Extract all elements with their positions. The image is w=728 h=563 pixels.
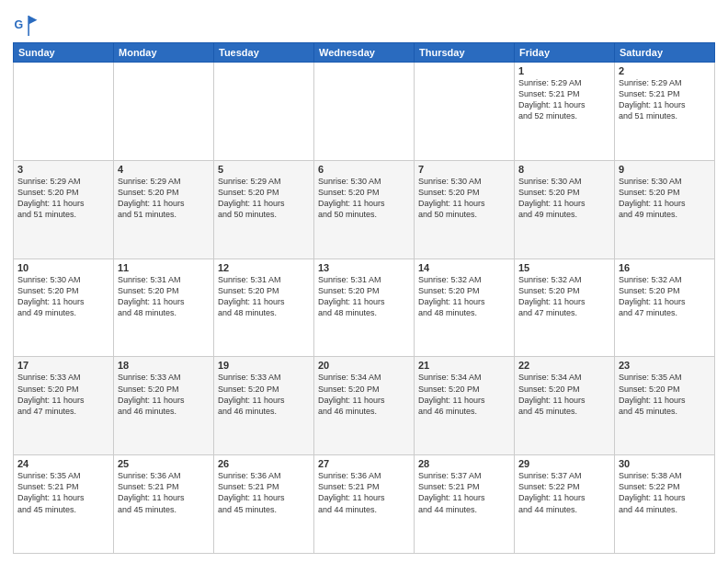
- day-number: 21: [418, 360, 510, 371]
- day-info: Sunrise: 5:29 AMSunset: 5:21 PMDaylight:…: [619, 77, 711, 122]
- day-info: Sunrise: 5:37 AMSunset: 5:21 PMDaylight:…: [418, 470, 510, 515]
- day-info: Sunrise: 5:32 AMSunset: 5:20 PMDaylight:…: [418, 274, 510, 319]
- day-info: Sunrise: 5:30 AMSunset: 5:20 PMDaylight:…: [518, 176, 610, 221]
- day-info: Sunrise: 5:36 AMSunset: 5:21 PMDaylight:…: [218, 470, 310, 515]
- calendar-week-2: 3Sunrise: 5:29 AMSunset: 5:20 PMDaylight…: [14, 160, 715, 259]
- calendar-cell: 12Sunrise: 5:31 AMSunset: 5:20 PMDayligh…: [214, 259, 314, 357]
- calendar-cell: 9Sunrise: 5:30 AMSunset: 5:20 PMDaylight…: [615, 160, 715, 259]
- header: G: [13, 9, 715, 39]
- day-info: Sunrise: 5:32 AMSunset: 5:20 PMDaylight:…: [518, 274, 610, 319]
- day-info: Sunrise: 5:31 AMSunset: 5:20 PMDaylight:…: [118, 274, 210, 319]
- weekday-monday: Monday: [114, 43, 214, 63]
- calendar-cell: 20Sunrise: 5:34 AMSunset: 5:20 PMDayligh…: [314, 357, 415, 455]
- calendar-cell: 13Sunrise: 5:31 AMSunset: 5:20 PMDayligh…: [314, 259, 415, 357]
- calendar-week-5: 24Sunrise: 5:35 AMSunset: 5:21 PMDayligh…: [14, 455, 715, 554]
- day-number: 8: [518, 164, 610, 175]
- calendar: SundayMondayTuesdayWednesdayThursdayFrid…: [13, 42, 715, 554]
- day-number: 13: [318, 262, 410, 273]
- calendar-cell: [314, 63, 415, 161]
- calendar-cell: 29Sunrise: 5:37 AMSunset: 5:22 PMDayligh…: [515, 455, 615, 554]
- weekday-friday: Friday: [515, 43, 615, 63]
- day-number: 24: [17, 458, 109, 469]
- calendar-cell: 8Sunrise: 5:30 AMSunset: 5:20 PMDaylight…: [515, 160, 615, 259]
- day-number: 26: [218, 458, 310, 469]
- day-number: 17: [17, 360, 109, 371]
- weekday-sunday: Sunday: [14, 43, 114, 63]
- day-info: Sunrise: 5:29 AMSunset: 5:20 PMDaylight:…: [218, 176, 310, 221]
- calendar-cell: 27Sunrise: 5:36 AMSunset: 5:21 PMDayligh…: [314, 455, 415, 554]
- day-number: 10: [17, 262, 109, 273]
- day-number: 29: [518, 458, 610, 469]
- day-info: Sunrise: 5:30 AMSunset: 5:20 PMDaylight:…: [418, 176, 510, 221]
- calendar-cell: 4Sunrise: 5:29 AMSunset: 5:20 PMDaylight…: [114, 160, 214, 259]
- calendar-cell: 28Sunrise: 5:37 AMSunset: 5:21 PMDayligh…: [415, 455, 515, 554]
- day-number: 15: [518, 262, 610, 273]
- calendar-cell: 26Sunrise: 5:36 AMSunset: 5:21 PMDayligh…: [214, 455, 314, 554]
- calendar-cell: 16Sunrise: 5:32 AMSunset: 5:20 PMDayligh…: [615, 259, 715, 357]
- day-info: Sunrise: 5:36 AMSunset: 5:21 PMDaylight:…: [318, 470, 410, 515]
- calendar-cell: 5Sunrise: 5:29 AMSunset: 5:20 PMDaylight…: [214, 160, 314, 259]
- day-number: 19: [218, 360, 310, 371]
- weekday-header-row: SundayMondayTuesdayWednesdayThursdayFrid…: [14, 43, 715, 63]
- calendar-cell: [114, 63, 214, 161]
- day-info: Sunrise: 5:36 AMSunset: 5:21 PMDaylight:…: [118, 470, 210, 515]
- day-number: 12: [218, 262, 310, 273]
- day-number: 3: [17, 164, 109, 175]
- calendar-week-4: 17Sunrise: 5:33 AMSunset: 5:20 PMDayligh…: [14, 357, 715, 455]
- day-info: Sunrise: 5:34 AMSunset: 5:20 PMDaylight:…: [418, 372, 510, 417]
- day-number: 2: [619, 65, 711, 76]
- calendar-cell: 2Sunrise: 5:29 AMSunset: 5:21 PMDaylight…: [615, 63, 715, 161]
- calendar-cell: 19Sunrise: 5:33 AMSunset: 5:20 PMDayligh…: [214, 357, 314, 455]
- calendar-cell: 14Sunrise: 5:32 AMSunset: 5:20 PMDayligh…: [415, 259, 515, 357]
- calendar-cell: 24Sunrise: 5:35 AMSunset: 5:21 PMDayligh…: [14, 455, 114, 554]
- day-number: 1: [518, 65, 610, 76]
- calendar-cell: 10Sunrise: 5:30 AMSunset: 5:20 PMDayligh…: [14, 259, 114, 357]
- day-info: Sunrise: 5:31 AMSunset: 5:20 PMDaylight:…: [318, 274, 410, 319]
- day-number: 5: [218, 164, 310, 175]
- day-number: 20: [318, 360, 410, 371]
- svg-text:G: G: [15, 18, 24, 31]
- day-number: 9: [619, 164, 711, 175]
- weekday-wednesday: Wednesday: [314, 43, 415, 63]
- day-info: Sunrise: 5:34 AMSunset: 5:20 PMDaylight:…: [518, 372, 610, 417]
- calendar-cell: 6Sunrise: 5:30 AMSunset: 5:20 PMDaylight…: [314, 160, 415, 259]
- calendar-cell: 23Sunrise: 5:35 AMSunset: 5:20 PMDayligh…: [615, 357, 715, 455]
- day-number: 7: [418, 164, 510, 175]
- day-number: 16: [619, 262, 711, 273]
- day-number: 22: [518, 360, 610, 371]
- day-info: Sunrise: 5:30 AMSunset: 5:20 PMDaylight:…: [619, 176, 711, 221]
- calendar-cell: [14, 63, 114, 161]
- day-info: Sunrise: 5:29 AMSunset: 5:20 PMDaylight:…: [118, 176, 210, 221]
- calendar-cell: 30Sunrise: 5:38 AMSunset: 5:22 PMDayligh…: [615, 455, 715, 554]
- calendar-cell: 15Sunrise: 5:32 AMSunset: 5:20 PMDayligh…: [515, 259, 615, 357]
- day-number: 27: [318, 458, 410, 469]
- calendar-cell: [415, 63, 515, 161]
- day-info: Sunrise: 5:33 AMSunset: 5:20 PMDaylight:…: [17, 372, 109, 417]
- day-info: Sunrise: 5:37 AMSunset: 5:22 PMDaylight:…: [518, 470, 610, 515]
- day-number: 28: [418, 458, 510, 469]
- logo-icon: G: [13, 13, 39, 39]
- day-number: 11: [118, 262, 210, 273]
- calendar-cell: 25Sunrise: 5:36 AMSunset: 5:21 PMDayligh…: [114, 455, 214, 554]
- calendar-week-3: 10Sunrise: 5:30 AMSunset: 5:20 PMDayligh…: [14, 259, 715, 357]
- calendar-cell: 17Sunrise: 5:33 AMSunset: 5:20 PMDayligh…: [14, 357, 114, 455]
- day-info: Sunrise: 5:38 AMSunset: 5:22 PMDaylight:…: [619, 470, 711, 515]
- calendar-cell: 11Sunrise: 5:31 AMSunset: 5:20 PMDayligh…: [114, 259, 214, 357]
- weekday-thursday: Thursday: [415, 43, 515, 63]
- calendar-cell: [214, 63, 314, 161]
- day-info: Sunrise: 5:35 AMSunset: 5:21 PMDaylight:…: [17, 470, 109, 515]
- calendar-cell: 3Sunrise: 5:29 AMSunset: 5:20 PMDaylight…: [14, 160, 114, 259]
- day-info: Sunrise: 5:33 AMSunset: 5:20 PMDaylight:…: [218, 372, 310, 417]
- day-info: Sunrise: 5:30 AMSunset: 5:20 PMDaylight:…: [318, 176, 410, 221]
- day-number: 6: [318, 164, 410, 175]
- day-info: Sunrise: 5:30 AMSunset: 5:20 PMDaylight:…: [17, 274, 109, 319]
- day-info: Sunrise: 5:29 AMSunset: 5:20 PMDaylight:…: [17, 176, 109, 221]
- weekday-tuesday: Tuesday: [214, 43, 314, 63]
- day-number: 23: [619, 360, 711, 371]
- calendar-cell: 7Sunrise: 5:30 AMSunset: 5:20 PMDaylight…: [415, 160, 515, 259]
- weekday-saturday: Saturday: [615, 43, 715, 63]
- calendar-cell: 18Sunrise: 5:33 AMSunset: 5:20 PMDayligh…: [114, 357, 214, 455]
- logo: G: [13, 13, 42, 39]
- day-info: Sunrise: 5:31 AMSunset: 5:20 PMDaylight:…: [218, 274, 310, 319]
- day-info: Sunrise: 5:33 AMSunset: 5:20 PMDaylight:…: [118, 372, 210, 417]
